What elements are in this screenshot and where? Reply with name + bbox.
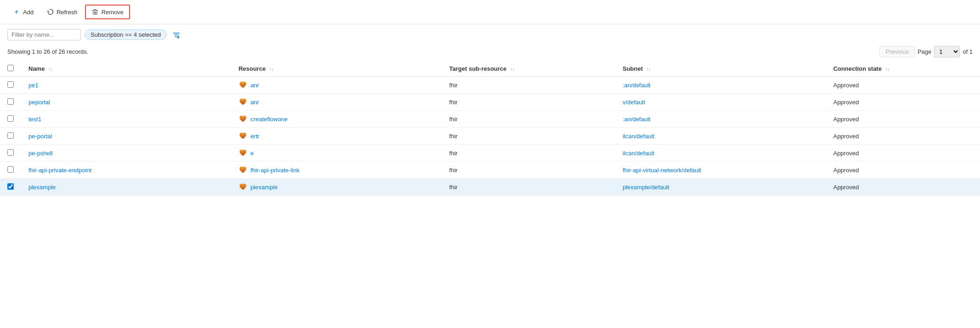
resource-link[interactable]: fhir-api-private-link [250, 167, 299, 174]
connection-state: Approved [826, 128, 980, 145]
table-header-row: Name ↑↓ Resource ↑↓ Target sub-resource … [0, 61, 980, 77]
remove-button[interactable]: Remove [85, 5, 130, 19]
connection-state: Approved [826, 111, 980, 128]
health-service-icon [238, 165, 248, 175]
subnet-link[interactable]: :an/default [623, 116, 651, 123]
add-filter-button[interactable] [170, 30, 182, 40]
row-checkbox[interactable] [7, 149, 14, 156]
resource-link[interactable]: plexample [250, 184, 277, 191]
connection-state: Approved [826, 145, 980, 162]
resource-link[interactable]: ertr [250, 133, 259, 140]
subnet-value: ilcan/default [615, 128, 826, 145]
health-service-icon [238, 114, 248, 124]
subnet-value: v/default [615, 94, 826, 111]
refresh-label: Refresh [56, 9, 78, 16]
row-name-link[interactable]: pe-pshell [28, 150, 53, 157]
row-name-link[interactable]: pe1 [28, 82, 39, 89]
subnet-link[interactable]: ilcan/default [623, 150, 654, 157]
svg-rect-0 [92, 10, 98, 11]
resource-link[interactable]: e [250, 150, 253, 157]
health-service-icon [238, 182, 248, 192]
subnet-value: :an/default [615, 111, 826, 128]
select-all-checkbox[interactable] [7, 65, 14, 71]
resource-cell: plexample [238, 182, 434, 192]
refresh-button[interactable]: Refresh [41, 6, 83, 18]
col-header-target[interactable]: Target sub-resource ↑↓ [442, 61, 615, 77]
add-button[interactable]: + Add [7, 6, 39, 18]
subnet-link[interactable]: ilcan/default [623, 133, 654, 140]
row-name-link[interactable]: pe-portal [28, 133, 52, 140]
table-row: fhir-api-private-endpoint fhir-api-priva… [0, 162, 980, 179]
connection-state: Approved [826, 179, 980, 196]
subnet-link[interactable]: fhir-api-virtual-network/default [623, 167, 701, 174]
col-header-resource[interactable]: Resource ↑↓ [231, 61, 442, 77]
filter-bar: Subscription == 4 selected [0, 24, 980, 45]
remove-icon [91, 8, 99, 16]
row-checkbox[interactable] [7, 81, 14, 88]
col-header-name[interactable]: Name ↑↓ [21, 61, 231, 77]
add-filter-icon [172, 31, 180, 39]
target-sub-resource: fhir [442, 128, 615, 145]
page-select[interactable]: 1 [934, 46, 960, 57]
row-checkbox[interactable] [7, 183, 14, 190]
name-sort-icon: ↑↓ [48, 67, 53, 72]
filter-input[interactable] [7, 29, 81, 40]
add-label: Add [23, 9, 34, 16]
subnet-link[interactable]: v/default [623, 99, 645, 106]
subscription-badge-label: Subscription == 4 selected [90, 31, 161, 38]
select-all-cell [0, 61, 21, 77]
col-header-state[interactable]: Connection state ↑↓ [826, 61, 980, 77]
row-checkbox[interactable] [7, 115, 14, 122]
row-checkbox[interactable] [7, 98, 14, 105]
subnet-value: :an/default [615, 77, 826, 94]
of-label: of 1 [963, 48, 973, 55]
subnet-value: fhir-api-virtual-network/default [615, 162, 826, 179]
subnet-link[interactable]: plexample/default [623, 184, 670, 191]
refresh-icon [46, 8, 54, 16]
previous-button[interactable]: Previous [879, 46, 915, 57]
add-icon: + [13, 8, 20, 16]
resource-sort-icon: ↑↓ [269, 67, 274, 72]
subnet-value: ilcan/default [615, 145, 826, 162]
resource-cell: e [238, 148, 434, 158]
target-sub-resource: fhir [442, 77, 615, 94]
row-name-link[interactable]: test1 [28, 116, 41, 123]
pagination: Previous Page 1 of 1 [879, 46, 973, 57]
row-name-link[interactable]: peportal [28, 99, 50, 106]
connection-state: Approved [826, 162, 980, 179]
resource-cell: createflowone [238, 114, 434, 124]
page-label: Page [918, 48, 931, 55]
resource-cell: fhir-api-private-link [238, 165, 434, 175]
table-row: plexample plexamplefhirplexample/default… [0, 179, 980, 196]
subnet-link[interactable]: :an/default [623, 82, 651, 89]
resource-link[interactable]: createflowone [250, 116, 287, 123]
row-checkbox[interactable] [7, 166, 14, 173]
record-bar: Showing 1 to 26 of 26 records. Previous … [0, 45, 980, 61]
resource-link[interactable]: anr [250, 99, 259, 106]
connection-state: Approved [826, 77, 980, 94]
table-row: pe-pshell efhirilcan/defaultApproved [0, 145, 980, 162]
subnet-sort-icon: ↑↓ [646, 67, 651, 72]
table-row: test1 createflowonefhir:an/defaultApprov… [0, 111, 980, 128]
target-sub-resource: fhir [442, 145, 615, 162]
health-service-icon [238, 97, 248, 107]
row-name-link[interactable]: fhir-api-private-endpoint [28, 167, 91, 174]
toolbar: + Add Refresh Remove [0, 0, 980, 24]
data-table: Name ↑↓ Resource ↑↓ Target sub-resource … [0, 61, 980, 196]
record-summary: Showing 1 to 26 of 26 records. [7, 48, 88, 55]
table-row: pe-portal ertrfhirilcan/defaultApproved [0, 128, 980, 145]
row-name-link[interactable]: plexample [28, 184, 56, 191]
connection-state: Approved [826, 94, 980, 111]
target-sub-resource: fhir [442, 94, 615, 111]
col-header-subnet[interactable]: Subnet ↑↓ [615, 61, 826, 77]
table-row: peportal anrfhirv/defaultApproved [0, 94, 980, 111]
state-sort-icon: ↑↓ [885, 67, 890, 72]
remove-label: Remove [101, 9, 124, 16]
resource-cell: anr [238, 97, 434, 107]
svg-rect-1 [94, 9, 96, 10]
subscription-filter-badge[interactable]: Subscription == 4 selected [84, 29, 167, 40]
target-sub-resource: fhir [442, 111, 615, 128]
subnet-value: plexample/default [615, 179, 826, 196]
resource-link[interactable]: anr [250, 82, 259, 89]
row-checkbox[interactable] [7, 132, 14, 139]
